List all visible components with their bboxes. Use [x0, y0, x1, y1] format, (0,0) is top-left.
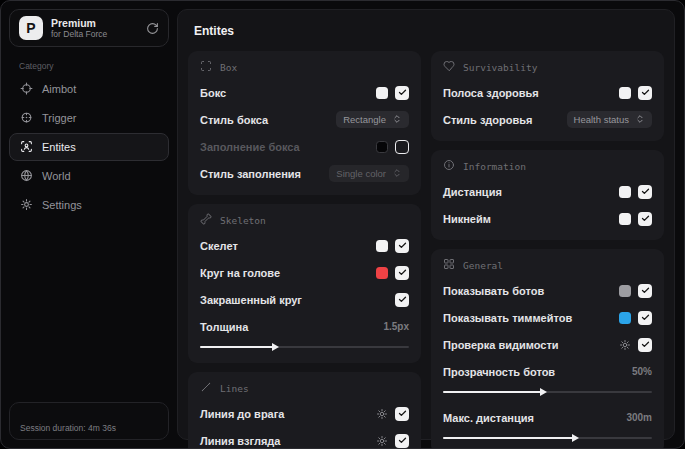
color-swatch[interactable]: [376, 141, 388, 153]
checkbox-checked[interactable]: [395, 293, 409, 307]
info-icon: [443, 159, 455, 173]
color-swatch[interactable]: [376, 267, 388, 279]
bots-opacity-value: 50%: [632, 366, 652, 377]
skeleton-card: Skeleton Скелет Круг на голове: [188, 204, 421, 363]
sidebar-item-label: Entites: [42, 141, 76, 153]
setting-label: Дистанция: [443, 186, 502, 198]
color-swatch[interactable]: [376, 240, 388, 252]
card-title: General: [463, 260, 503, 271]
color-swatch[interactable]: [619, 213, 631, 225]
setting-label: Линия до врага: [200, 408, 284, 420]
setting-label: Никнейм: [443, 213, 491, 225]
card-title: Lines: [220, 383, 249, 394]
setting-row: Стиль заполнения Single color: [200, 163, 409, 184]
max-distance-slider[interactable]: [443, 433, 652, 442]
card-title: Information: [463, 161, 526, 172]
target-icon: [20, 111, 33, 126]
sidebar-item-settings[interactable]: Settings: [9, 191, 169, 219]
setting-row: Показывать ботов: [443, 280, 652, 301]
health-style-select[interactable]: Health status: [567, 111, 652, 128]
refresh-icon[interactable]: [146, 22, 159, 35]
slider-fill: [443, 391, 541, 393]
setting-row: Заполнение бокса: [200, 136, 409, 157]
checkbox-checked[interactable]: [395, 434, 409, 448]
color-swatch[interactable]: [619, 186, 631, 198]
card-title: Survivability: [463, 62, 537, 73]
checkbox-checked[interactable]: [395, 407, 409, 421]
setting-label: Стиль бокса: [200, 114, 268, 126]
setting-label: Толщина: [200, 321, 248, 333]
checkbox-checked[interactable]: [395, 239, 409, 253]
crosshair-icon: [20, 82, 33, 97]
slider-fill: [200, 346, 273, 348]
fill-style-select[interactable]: Single color: [329, 165, 409, 182]
thickness-value: 1.5px: [383, 321, 409, 332]
sidebar-item-entities[interactable]: Entites: [9, 133, 169, 161]
sidebar-item-world[interactable]: World: [9, 162, 169, 190]
main-panel: Entites Box Бокс: [177, 9, 675, 440]
lines-card: Lines Линия до врага: [188, 372, 421, 449]
heart-icon: [443, 60, 455, 74]
setting-row: Линия до врага: [200, 403, 409, 424]
card-title: Skeleton: [220, 215, 266, 226]
sidebar-item-label: World: [42, 170, 71, 182]
survivability-card: Survivability Полоса здоровья Стиль здор…: [431, 51, 664, 141]
setting-row: Линия взгляда: [200, 430, 409, 449]
checkbox-checked[interactable]: [395, 86, 409, 100]
checkbox-checked[interactable]: [638, 311, 652, 325]
brand-logo: P: [19, 16, 43, 40]
checkbox-checked[interactable]: [395, 266, 409, 280]
checkbox-unchecked[interactable]: [395, 140, 409, 154]
checkbox-checked[interactable]: [638, 338, 652, 352]
setting-row: Круг на голове: [200, 262, 409, 283]
setting-row: Скелет: [200, 235, 409, 256]
checkbox-checked[interactable]: [638, 86, 652, 100]
scan-person-icon: [20, 140, 33, 155]
setting-label: Показывать ботов: [443, 285, 544, 297]
color-swatch[interactable]: [619, 285, 631, 297]
setting-row: Стиль бокса Rectangle: [200, 109, 409, 130]
max-distance-value: 300m: [626, 412, 652, 423]
page-title: Entites: [194, 24, 664, 38]
checkbox-checked[interactable]: [638, 284, 652, 298]
setting-label: Скелет: [200, 240, 238, 252]
color-swatch[interactable]: [376, 87, 388, 99]
setting-row: Полоса здоровья: [443, 82, 652, 103]
card-title: Box: [220, 62, 237, 73]
checkbox-checked[interactable]: [638, 185, 652, 199]
information-card: Information Дистанция Никнейм: [431, 150, 664, 240]
setting-label: Закрашенный круг: [200, 294, 302, 306]
setting-row: Никнейм: [443, 208, 652, 229]
box-style-select[interactable]: Rectangle: [336, 111, 409, 128]
sidebar-item-trigger[interactable]: Trigger: [9, 104, 169, 132]
gear-icon: [20, 198, 33, 213]
sidebar-item-label: Trigger: [42, 112, 76, 124]
gear-icon[interactable]: [376, 408, 388, 420]
slider-fill: [443, 437, 573, 439]
color-swatch[interactable]: [619, 312, 631, 324]
brand-card: P Premium for Delta Force: [9, 9, 169, 47]
setting-row: Толщина 1.5px: [200, 316, 409, 337]
thickness-slider[interactable]: [200, 342, 409, 351]
select-value: Health status: [574, 114, 629, 125]
sidebar-item-label: Settings: [42, 199, 82, 211]
scan-box-icon: [200, 60, 212, 74]
app-window: P Premium for Delta Force Category Aimbo…: [0, 0, 685, 449]
brand-subtitle: for Delta Force: [51, 29, 107, 39]
setting-label: Круг на голове: [200, 267, 280, 279]
select-value: Rectangle: [343, 114, 386, 125]
sidebar-item-aimbot[interactable]: Aimbot: [9, 75, 169, 103]
setting-row: Закрашенный круг: [200, 289, 409, 310]
box-card: Box Бокс Стиль бокса: [188, 51, 421, 195]
gear-icon[interactable]: [619, 339, 631, 351]
color-swatch[interactable]: [619, 87, 631, 99]
brand-name: Premium: [51, 17, 107, 30]
setting-label: Бокс: [200, 87, 226, 99]
setting-row: Дистанция: [443, 181, 652, 202]
setting-label: Стиль заполнения: [200, 168, 301, 180]
chevrons-up-down-icon: [392, 168, 402, 180]
bots-opacity-slider[interactable]: [443, 387, 652, 396]
setting-label: Проверка видимости: [443, 339, 559, 351]
gear-icon[interactable]: [376, 435, 388, 447]
checkbox-checked[interactable]: [638, 212, 652, 226]
